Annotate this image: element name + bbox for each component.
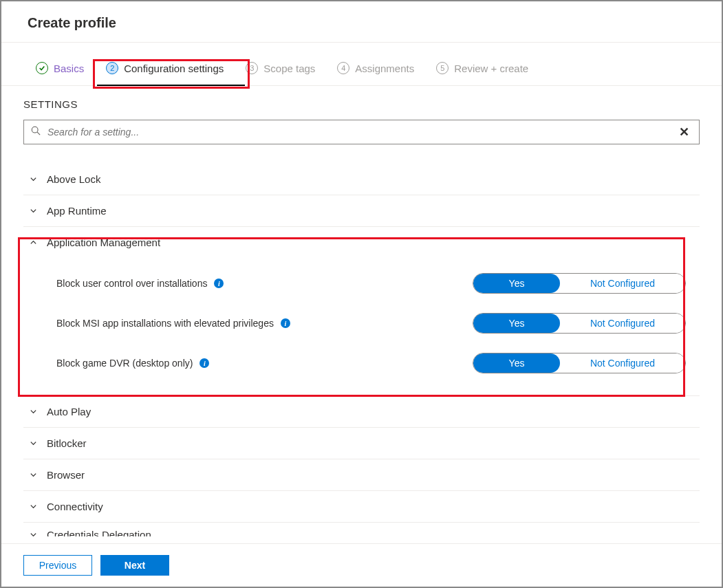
next-button[interactable]: Next [100, 555, 169, 576]
search-wrapper: ✕ [1, 120, 722, 158]
category-label: App Runtime [47, 205, 107, 217]
toggle-option-not-configured[interactable]: Not Configured [560, 314, 685, 333]
category-above-lock: Above Lock [23, 164, 700, 195]
toggle-option-yes[interactable]: Yes [473, 274, 560, 293]
info-icon[interactable]: i [214, 279, 224, 288]
category-header-browser[interactable]: Browser [23, 459, 700, 490]
chevron-down-icon [29, 501, 37, 512]
tab-basics[interactable]: Basics [28, 56, 92, 80]
settings-section-label: SETTINGS [1, 86, 722, 120]
setting-label: Block user control over installations [56, 278, 207, 289]
page-title: Create profile [28, 15, 700, 31]
category-auto-play: Auto Play [23, 396, 700, 428]
tab-review-create[interactable]: 5 Review + create [428, 56, 537, 80]
setting-row-block-user-control: Block user control over installations i … [56, 263, 700, 303]
setting-row-block-msi: Block MSI app installations with elevate… [56, 303, 700, 343]
svg-point-0 [32, 127, 38, 133]
setting-label: Block game DVR (desktop only) [56, 358, 193, 369]
search-icon [31, 126, 41, 138]
category-header-app-runtime[interactable]: App Runtime [23, 195, 700, 226]
step-badge-4: 4 [337, 62, 349, 74]
category-credentials-delegation[interactable]: Credentials Delegation [23, 523, 700, 536]
category-label: Bitlocker [47, 437, 87, 449]
toggle-option-not-configured[interactable]: Not Configured [560, 353, 685, 373]
toggle-option-not-configured[interactable]: Not Configured [560, 274, 685, 293]
chevron-down-icon [29, 406, 37, 417]
toggle-option-yes[interactable]: Yes [473, 353, 560, 373]
toggle-block-user-control[interactable]: Yes Not Configured [473, 273, 686, 294]
category-label: Credentials Delegation [47, 529, 151, 537]
tab-basics-label: Basics [54, 63, 84, 74]
category-header-connectivity[interactable]: Connectivity [23, 491, 700, 522]
previous-button[interactable]: Previous [23, 555, 92, 576]
wizard-footer: Previous Next [1, 543, 722, 587]
category-header-above-lock[interactable]: Above Lock [23, 164, 700, 195]
category-label: Above Lock [47, 173, 100, 185]
category-header-auto-play[interactable]: Auto Play [23, 396, 700, 427]
clear-search-icon[interactable]: ✕ [676, 124, 692, 140]
svg-line-1 [37, 132, 40, 135]
tab-config-label: Configuration settings [124, 63, 224, 74]
tab-scope-label: Scope tags [263, 63, 315, 74]
step-badge-3: 3 [246, 62, 258, 74]
setting-label: Block MSI app installations with elevate… [56, 318, 274, 329]
tab-assignments-label: Assignments [355, 63, 414, 74]
chevron-down-icon [29, 469, 37, 481]
category-app-runtime: App Runtime [23, 195, 700, 227]
tab-assignments[interactable]: 4 Assignments [329, 56, 422, 80]
chevron-down-icon [29, 529, 37, 537]
step-badge-5: 5 [436, 62, 449, 74]
category-label: Application Management [47, 237, 160, 248]
page-header: Create profile [1, 1, 722, 43]
category-header-app-mgmt[interactable]: Application Management [23, 227, 700, 258]
info-icon[interactable]: i [199, 358, 209, 368]
category-browser: Browser [23, 459, 700, 491]
category-bitlocker: Bitlocker [23, 428, 700, 459]
tab-review-label: Review + create [454, 63, 528, 74]
tab-configuration-settings[interactable]: 2 Configuration settings [98, 56, 232, 80]
chevron-down-icon [29, 173, 37, 185]
active-tab-underline [97, 85, 245, 86]
step-badge-2: 2 [106, 62, 118, 74]
chevron-down-icon [29, 205, 37, 217]
setting-row-block-game-dvr: Block game DVR (desktop only) i Yes Not … [56, 343, 700, 383]
category-header-bitlocker[interactable]: Bitlocker [23, 428, 700, 459]
wizard-tabs: Basics 2 Configuration settings 3 Scope … [1, 43, 722, 86]
category-label: Connectivity [47, 501, 103, 512]
tab-scope-tags[interactable]: 3 Scope tags [237, 56, 323, 80]
toggle-option-yes[interactable]: Yes [473, 314, 560, 333]
category-label: Browser [47, 469, 85, 481]
search-box[interactable]: ✕ [23, 120, 700, 144]
chevron-down-icon [29, 437, 37, 449]
search-input[interactable] [47, 127, 669, 138]
category-body-app-mgmt: Block user control over installations i … [23, 258, 700, 395]
category-connectivity: Connectivity [23, 491, 700, 523]
toggle-block-msi[interactable]: Yes Not Configured [473, 313, 686, 334]
info-icon[interactable]: i [281, 318, 290, 328]
category-label: Auto Play [47, 406, 91, 417]
category-application-management: Application Management Block user contro… [23, 227, 700, 396]
settings-categories: Above Lock App Runtime Application Manag… [1, 158, 722, 536]
checkmark-icon [36, 62, 48, 74]
toggle-block-game-dvr[interactable]: Yes Not Configured [473, 353, 686, 373]
chevron-up-icon [29, 237, 37, 248]
